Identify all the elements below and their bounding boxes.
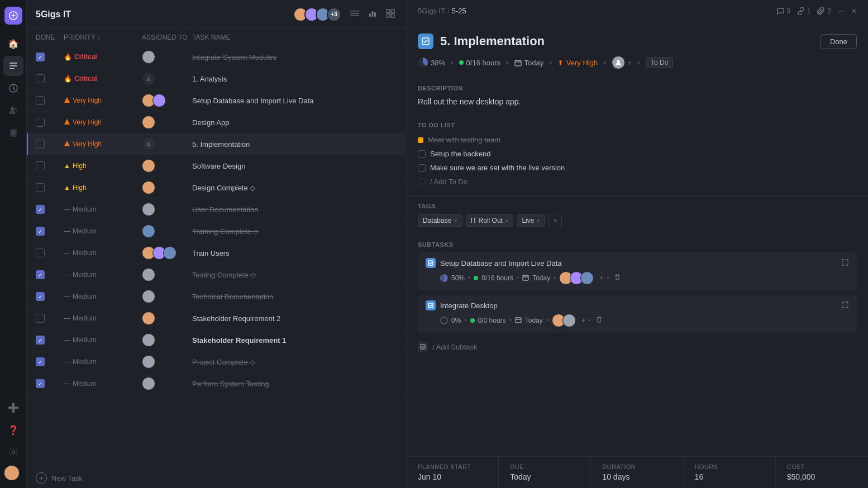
footer-grid: PLANNED START Jun 10 DUE Today DURATION … bbox=[407, 457, 868, 488]
sidebar-time-icon[interactable] bbox=[3, 78, 23, 98]
due-value[interactable]: Today bbox=[510, 472, 579, 481]
task-checkbox[interactable] bbox=[36, 314, 45, 323]
user-avatar[interactable] bbox=[3, 465, 20, 481]
assigned-avatars bbox=[142, 203, 192, 216]
add-task-row[interactable]: + New Task bbox=[27, 468, 406, 488]
task-checkbox[interactable] bbox=[36, 248, 45, 257]
attachments-action[interactable]: 2 bbox=[817, 7, 831, 15]
cost-label: COST bbox=[787, 463, 857, 470]
task-checkbox[interactable] bbox=[36, 118, 45, 127]
task-row[interactable]: 🔥Critical1. Analysis bbox=[27, 68, 406, 90]
todo-item-checkbox[interactable] bbox=[418, 164, 426, 172]
subtask-delete-btn[interactable] bbox=[613, 272, 622, 284]
menu-icon[interactable] bbox=[348, 7, 361, 22]
view-icon[interactable] bbox=[384, 7, 397, 22]
add-todo-row[interactable]: / Add To Do bbox=[418, 175, 857, 189]
task-checkbox[interactable] bbox=[36, 357, 45, 366]
sidebar-home-icon[interactable]: 🏠 bbox=[3, 34, 23, 54]
task-row[interactable]: —MediumUser Documentation bbox=[27, 199, 406, 221]
header-icons bbox=[348, 7, 397, 22]
task-checkbox[interactable] bbox=[36, 336, 45, 345]
task-checkbox[interactable] bbox=[36, 96, 45, 105]
add-todo-checkbox[interactable] bbox=[418, 178, 426, 186]
priority-badge: —Medium bbox=[64, 380, 142, 387]
tag-remove-btn[interactable]: × bbox=[505, 217, 508, 224]
subtask-expand-icon[interactable] bbox=[841, 259, 849, 268]
add-subtask-row[interactable]: / Add Subtask bbox=[418, 337, 857, 356]
priority-meta[interactable]: ⬆ Very High bbox=[557, 59, 598, 67]
task-row[interactable]: ▲HighSoftware Design bbox=[27, 155, 406, 177]
subtask-expand-icon[interactable] bbox=[841, 301, 849, 310]
list-item[interactable]: Make sure we are set with the live versi… bbox=[418, 161, 857, 175]
task-checkbox[interactable] bbox=[36, 292, 45, 301]
add-task-btn[interactable]: + bbox=[36, 472, 47, 484]
assignee-meta[interactable]: + bbox=[612, 56, 632, 69]
task-row[interactable]: —MediumStakeholder Requirement 2 bbox=[27, 308, 406, 329]
task-row[interactable]: ▲HighDesign Complete ◇ bbox=[27, 177, 406, 199]
due-meta[interactable]: Today bbox=[514, 59, 544, 67]
description-label: DESCRIPTION bbox=[418, 85, 857, 92]
sidebar-add-icon[interactable]: ➕ bbox=[3, 398, 23, 418]
task-checkbox[interactable] bbox=[36, 140, 45, 149]
task-row[interactable]: Very High5. Implementation bbox=[27, 133, 406, 155]
sidebar-team-icon[interactable] bbox=[3, 101, 23, 121]
done-button[interactable]: Done bbox=[821, 34, 857, 49]
sidebar: 🏠 ➕ ❓ bbox=[0, 0, 27, 488]
task-row[interactable]: Very HighDesign App bbox=[27, 112, 406, 133]
task-row[interactable]: —MediumTechnical Documentation bbox=[27, 286, 406, 308]
breadcrumb-project[interactable]: 5Gigs IT bbox=[418, 7, 445, 15]
chart-icon[interactable] bbox=[366, 7, 379, 22]
task-checkbox[interactable] bbox=[36, 379, 45, 388]
subtask-add-assignee-btn[interactable]: + bbox=[581, 317, 585, 324]
cost-value[interactable]: $50,000 bbox=[787, 472, 857, 481]
planned-start-value[interactable]: Jun 10 bbox=[418, 472, 487, 481]
duration-value[interactable]: 10 days bbox=[602, 472, 671, 481]
task-row[interactable]: —MediumPerform System Testing bbox=[27, 373, 406, 395]
task-checkbox[interactable] bbox=[36, 183, 45, 192]
task-row[interactable]: —MediumProject Complete ◇ bbox=[27, 351, 406, 373]
close-action[interactable]: ✕ bbox=[851, 7, 857, 15]
app-logo[interactable] bbox=[4, 7, 22, 25]
more-action[interactable]: ⋯ bbox=[838, 7, 845, 15]
links-action[interactable]: 1 bbox=[797, 7, 811, 15]
tag-remove-btn[interactable]: × bbox=[536, 217, 540, 224]
task-row[interactable]: Very HighSetup Database and Import Live … bbox=[27, 90, 406, 112]
task-row[interactable]: —MediumStakeholder Requirement 1 bbox=[27, 329, 406, 351]
task-checkbox[interactable] bbox=[36, 161, 45, 170]
list-item: Setup Database and Import Live Data50%•0… bbox=[418, 252, 857, 290]
task-checkbox[interactable] bbox=[36, 227, 45, 236]
comments-action[interactable]: 3 bbox=[776, 7, 790, 15]
tag-remove-btn[interactable]: × bbox=[454, 217, 457, 224]
list-item[interactable]: Meet with testing team bbox=[418, 133, 857, 147]
task-checkbox[interactable] bbox=[36, 52, 45, 61]
svg-point-22 bbox=[147, 77, 150, 79]
priority-value: Very High bbox=[566, 59, 598, 67]
task-checkbox[interactable] bbox=[36, 270, 45, 279]
svg-rect-31 bbox=[523, 275, 528, 280]
breadcrumb-item[interactable]: 5-25 bbox=[452, 7, 466, 15]
task-checkbox[interactable] bbox=[36, 205, 45, 214]
assigned-avatars bbox=[142, 377, 192, 390]
list-item[interactable]: Setup the backend bbox=[418, 147, 857, 161]
add-tag-btn[interactable]: + bbox=[549, 214, 562, 227]
assignee-avatar bbox=[612, 56, 625, 69]
svg-rect-3 bbox=[9, 68, 15, 69]
description-text[interactable]: Roll out the new desktop app. bbox=[418, 96, 857, 108]
sidebar-files-icon[interactable] bbox=[3, 123, 23, 143]
subtask-add-assignee-btn[interactable]: + bbox=[599, 274, 603, 282]
svg-rect-9 bbox=[11, 133, 16, 134]
sidebar-tasks-icon[interactable] bbox=[3, 56, 23, 76]
col-priority[interactable]: PRIORITY ↓ bbox=[64, 34, 142, 41]
status-badge[interactable]: To Do bbox=[646, 57, 673, 68]
todo-item-checkbox[interactable] bbox=[418, 150, 426, 158]
hours-col-value[interactable]: 16 bbox=[695, 472, 764, 481]
task-row[interactable]: 🔥CriticalIntegrate System Modules bbox=[27, 46, 406, 68]
assignee-plus[interactable]: + bbox=[628, 59, 632, 67]
sidebar-settings-icon[interactable] bbox=[3, 442, 23, 462]
task-row[interactable]: —MediumTraining Complete ◇ bbox=[27, 221, 406, 242]
sidebar-help-icon[interactable]: ❓ bbox=[3, 420, 23, 440]
task-row[interactable]: —MediumTrain Users bbox=[27, 242, 406, 264]
subtask-delete-btn[interactable] bbox=[594, 315, 604, 326]
task-row[interactable]: —MediumTesting Complete ◇ bbox=[27, 264, 406, 286]
task-checkbox[interactable] bbox=[36, 74, 45, 83]
